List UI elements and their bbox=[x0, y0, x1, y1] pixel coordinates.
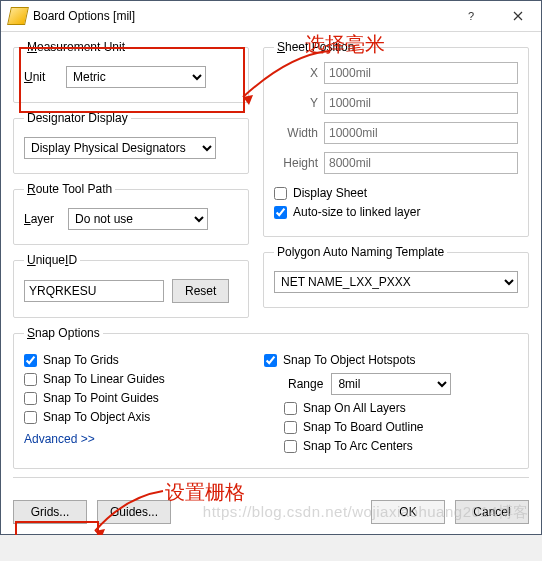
sheet-x-input bbox=[324, 62, 518, 84]
snap-board-outline-label: Snap To Board Outline bbox=[303, 420, 424, 434]
svg-text:?: ? bbox=[468, 11, 474, 21]
close-button[interactable] bbox=[495, 1, 541, 31]
layer-select[interactable]: Do not use bbox=[68, 208, 208, 230]
range-label: Range bbox=[288, 377, 323, 391]
separator bbox=[13, 477, 529, 478]
guides-button[interactable]: Guides... bbox=[97, 500, 171, 524]
sheet-legend: Sheet Position bbox=[274, 40, 357, 54]
sheet-width-label: Width bbox=[274, 126, 324, 140]
snap-to-linear-checkbox[interactable] bbox=[24, 373, 37, 386]
snap-to-axis-label: Snap To Object Axis bbox=[43, 410, 150, 424]
unit-label: Unit bbox=[24, 70, 66, 84]
snap-all-layers-checkbox[interactable] bbox=[284, 402, 297, 415]
uniqueid-legend: UniqueID bbox=[24, 253, 80, 267]
polygon-template-select[interactable]: NET NAME_LXX_PXXX bbox=[274, 271, 518, 293]
snap-to-linear-label: Snap To Linear Guides bbox=[43, 372, 165, 386]
sheet-width-input bbox=[324, 122, 518, 144]
snap-to-grids-checkbox[interactable] bbox=[24, 354, 37, 367]
route-legend: Route Tool Path bbox=[24, 182, 115, 196]
reset-button[interactable]: Reset bbox=[172, 279, 229, 303]
measurement-legend: Measurement Unit bbox=[24, 40, 128, 54]
range-select[interactable]: 8mil bbox=[331, 373, 451, 395]
polygon-template-group: Polygon Auto Naming Template NET NAME_LX… bbox=[263, 245, 529, 308]
designator-display-group: Designator Display Display Physical Desi… bbox=[13, 111, 249, 174]
snap-arc-centers-checkbox[interactable] bbox=[284, 440, 297, 453]
uniqueid-group: UniqueID Reset bbox=[13, 253, 249, 318]
titlebar: Board Options [mil] ? bbox=[1, 1, 541, 32]
snap-board-outline-checkbox[interactable] bbox=[284, 421, 297, 434]
app-icon bbox=[7, 7, 29, 25]
sheet-height-label: Height bbox=[274, 156, 324, 170]
sheet-y-label: Y bbox=[274, 96, 324, 110]
display-sheet-checkbox[interactable] bbox=[274, 187, 287, 200]
display-sheet-label: Display Sheet bbox=[293, 186, 367, 200]
window-title: Board Options [mil] bbox=[33, 9, 135, 23]
auto-size-label: Auto-size to linked layer bbox=[293, 205, 420, 219]
polygon-legend: Polygon Auto Naming Template bbox=[274, 245, 447, 259]
help-icon: ? bbox=[467, 11, 477, 21]
snap-to-point-checkbox[interactable] bbox=[24, 392, 37, 405]
uniqueid-input[interactable] bbox=[24, 280, 164, 302]
snap-legend: Snap Options bbox=[24, 326, 103, 340]
sheet-position-group: Sheet Position X Y Width Height Display … bbox=[263, 40, 529, 237]
sheet-x-label: X bbox=[274, 66, 324, 80]
snap-to-axis-checkbox[interactable] bbox=[24, 411, 37, 424]
layer-label: Layer bbox=[24, 212, 68, 226]
designator-legend: Designator Display bbox=[24, 111, 131, 125]
snap-arc-centers-label: Snap To Arc Centers bbox=[303, 439, 413, 453]
unit-select[interactable]: Metric bbox=[66, 66, 206, 88]
snap-to-point-label: Snap To Point Guides bbox=[43, 391, 159, 405]
designator-select[interactable]: Display Physical Designators bbox=[24, 137, 216, 159]
advanced-link[interactable]: Advanced >> bbox=[24, 432, 95, 446]
sheet-y-input bbox=[324, 92, 518, 114]
snap-to-grids-label: Snap To Grids bbox=[43, 353, 119, 367]
ok-button[interactable]: OK bbox=[371, 500, 445, 524]
grids-button[interactable]: Grids... bbox=[13, 500, 87, 524]
snap-to-hotspots-checkbox[interactable] bbox=[264, 354, 277, 367]
route-tool-path-group: Route Tool Path Layer Do not use bbox=[13, 182, 249, 245]
window: Board Options [mil] ? Measurement Unit U… bbox=[0, 0, 542, 535]
help-button[interactable]: ? bbox=[449, 1, 495, 31]
snap-to-hotspots-label: Snap To Object Hotspots bbox=[283, 353, 416, 367]
snap-options-group: Snap Options Snap To Grids Snap To Linea… bbox=[13, 326, 529, 469]
sheet-height-input bbox=[324, 152, 518, 174]
auto-size-checkbox[interactable] bbox=[274, 206, 287, 219]
snap-all-layers-label: Snap On All Layers bbox=[303, 401, 406, 415]
footer: Grids... Guides... OK Cancel bbox=[1, 494, 541, 534]
cancel-button[interactable]: Cancel bbox=[455, 500, 529, 524]
measurement-unit-group: Measurement Unit Unit Metric bbox=[13, 40, 249, 103]
close-icon bbox=[513, 11, 523, 21]
